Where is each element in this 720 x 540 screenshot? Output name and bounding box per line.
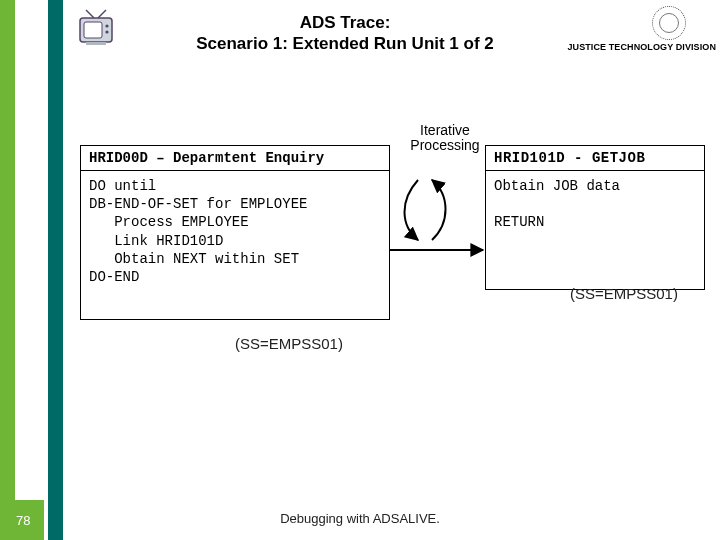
loop-arrow-left xyxy=(405,180,419,240)
side-stripe-teal xyxy=(48,0,63,540)
title-line-2: Scenario 1: Extended Run Unit 1 of 2 xyxy=(110,33,580,54)
footer-text: Debugging with ADSALIVE. xyxy=(0,511,720,526)
svg-rect-1 xyxy=(84,22,102,38)
svg-line-4 xyxy=(86,10,94,18)
iterative-label: Iterative Processing xyxy=(410,123,480,154)
right-box: HRID101D - GETJOB Obtain JOB data RETURN xyxy=(485,145,705,290)
diagram: Iterative Processing HRID00D – Deparmten… xyxy=(80,145,710,355)
svg-point-2 xyxy=(105,24,108,27)
page-number: 78 xyxy=(16,513,30,528)
svg-rect-6 xyxy=(86,42,106,45)
right-ss-note: (SS=EMPSS01) xyxy=(570,285,678,302)
right-box-header: HRID101D - GETJOB xyxy=(486,146,704,171)
side-stripe-green xyxy=(0,0,15,540)
left-box-body: DO until DB-END-OF-SET for EMPLOYEE Proc… xyxy=(81,171,389,292)
division-label: JUSTICE TECHNOLOGY DIVISION xyxy=(567,42,716,52)
left-box: HRID00D – Deparmtent Enquiry DO until DB… xyxy=(80,145,390,320)
seal-icon xyxy=(652,6,686,40)
left-ss-note: (SS=EMPSS01) xyxy=(235,335,343,352)
title-line-1: ADS Trace: xyxy=(110,12,580,33)
left-box-header: HRID00D – Deparmtent Enquiry xyxy=(81,146,389,171)
slide-title: ADS Trace: Scenario 1: Extended Run Unit… xyxy=(110,12,580,55)
loop-arrow-right xyxy=(432,180,446,240)
right-box-body: Obtain JOB data RETURN xyxy=(486,171,704,238)
svg-point-3 xyxy=(105,30,108,33)
svg-line-5 xyxy=(98,10,106,18)
